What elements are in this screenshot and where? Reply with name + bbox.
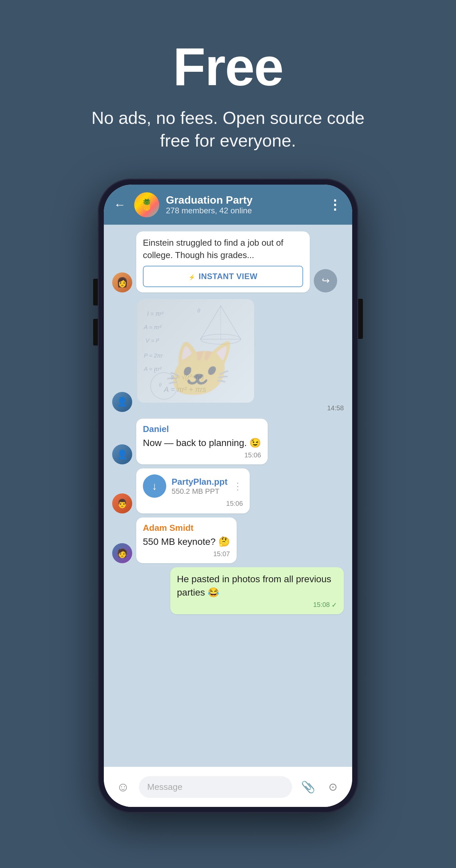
avatar: 👤 [112, 392, 132, 412]
hero-title: Free [78, 40, 378, 93]
volume-down-button [93, 319, 98, 345]
sender-name: Adam Smidt [143, 523, 230, 533]
math-background: l = πr² θ A = πr² V = l³ P = 2πr A = πr²… [137, 299, 254, 403]
group-avatar: 🍍 [134, 192, 159, 217]
phone-frame: ← 🍍 Graduation Party 278 members, 42 onl… [98, 179, 358, 813]
message-text: He pasted in photos from all previous pa… [177, 572, 337, 598]
svg-text:θ: θ [159, 382, 161, 388]
telegram-app: ← 🍍 Graduation Party 278 members, 42 onl… [104, 185, 352, 807]
back-button[interactable]: ← [114, 198, 126, 212]
avatar: 👨 [112, 493, 132, 514]
sticker-timestamp: 14:58 [137, 404, 344, 412]
instant-view-button[interactable]: ⚡ INSTANT VIEW [143, 266, 303, 287]
instant-view-label: INSTANT VIEW [199, 272, 257, 281]
message-time: 15:06 [143, 452, 261, 459]
file-options-icon[interactable]: ⋮ [233, 481, 243, 492]
svg-text:L: L [154, 368, 157, 374]
attach-button[interactable]: 📎 [299, 778, 317, 796]
avatar: 👤 [112, 444, 132, 464]
download-icon: ↓ [152, 480, 157, 492]
avatar: 🧑 [112, 543, 132, 563]
file-bubble: ↓ PartyPlan.ppt 550.2 MB PPT ⋮ 15:06 [136, 468, 250, 514]
article-preview-text: Einstein struggled to find a job out of … [143, 237, 303, 261]
group-members: 278 members, 42 online [166, 206, 322, 215]
instant-view-bubble: Einstein struggled to find a job out of … [136, 231, 310, 292]
emoji-icon: ☺ [117, 780, 129, 794]
header-info: Graduation Party 278 members, 42 online [166, 194, 322, 215]
svg-text:l = πr²: l = πr² [147, 310, 164, 317]
phone-screen: ← 🍍 Graduation Party 278 members, 42 onl… [104, 185, 352, 807]
table-row: 👨 ↓ PartyPlan.ppt 550.2 MB PPT [112, 468, 344, 514]
sticker-bubble: l = πr² θ A = πr² V = l³ P = 2πr A = πr²… [137, 299, 254, 403]
message-text: 550 MB keynote? 🤔 [143, 535, 230, 548]
lightning-icon: ⚡ [189, 274, 195, 280]
message-time: 15:07 [143, 550, 230, 558]
volume-up-button [93, 279, 98, 306]
message-bubble: Daniel Now — back to planning. 😉 15:06 [136, 418, 268, 464]
table-row: 👤 Daniel Now — back to planning. 😉 15:06 [112, 418, 344, 464]
camera-button[interactable]: ⊙ [324, 778, 342, 796]
phone-mockup: ← 🍍 Graduation Party 278 members, 42 onl… [98, 179, 358, 813]
cat-sticker: 🐱 [162, 343, 229, 396]
file-info: PartyPlan.ppt 550.2 MB PPT [172, 477, 228, 496]
message-placeholder: Message [147, 782, 183, 792]
table-row: 🧑 Adam Smidt 550 MB keynote? 🤔 15:07 [112, 518, 344, 563]
file-name: PartyPlan.ppt [172, 477, 228, 487]
power-button [358, 299, 363, 339]
share-button[interactable]: ↪ [314, 269, 337, 292]
hero-section: Free No ads, no fees. Open source code f… [51, 0, 405, 172]
svg-text:A = πr²: A = πr² [144, 366, 162, 372]
read-receipt-icon: ✓ [332, 601, 337, 609]
more-options-button[interactable]: ⋮ [328, 197, 342, 212]
svg-text:A = πr²: A = πr² [144, 324, 162, 331]
sticker-message-row: 👤 l = πr² θ A = πr² V = l³ [137, 299, 344, 412]
svg-text:θ: θ [197, 308, 200, 313]
message-time: 15:08 ✓ [177, 601, 337, 609]
camera-icon: ⊙ [329, 780, 337, 793]
file-size: 550.2 MB PPT [172, 487, 228, 496]
table-row: 👩 Einstein struggled to find a job out o… [112, 231, 344, 292]
file-row: ↓ PartyPlan.ppt 550.2 MB PPT ⋮ [143, 474, 243, 498]
chat-header: ← 🍍 Graduation Party 278 members, 42 onl… [104, 185, 352, 225]
message-input-bar: ☺ Message 📎 ⊙ [104, 767, 352, 807]
emoji-button[interactable]: ☺ [114, 778, 132, 796]
svg-text:P = 2πr: P = 2πr [144, 352, 163, 359]
sender-name: Daniel [143, 424, 261, 434]
chat-messages: 👩 Einstein struggled to find a job out o… [104, 225, 352, 767]
avatar: 👩 [112, 272, 132, 292]
svg-text:V = l³: V = l³ [146, 338, 159, 344]
message-text: Now — back to planning. 😉 [143, 436, 261, 450]
table-row: He pasted in photos from all previous pa… [112, 567, 344, 614]
share-icon: ↪ [322, 275, 330, 286]
download-button[interactable]: ↓ [143, 474, 166, 498]
file-time: 15:06 [143, 500, 243, 507]
outgoing-message-bubble: He pasted in photos from all previous pa… [170, 567, 344, 614]
message-input[interactable]: Message [139, 776, 292, 798]
group-name: Graduation Party [166, 194, 322, 206]
paperclip-icon: 📎 [301, 780, 315, 794]
message-bubble: Adam Smidt 550 MB keynote? 🤔 15:07 [136, 518, 237, 563]
hero-subtitle: No ads, no fees. Open source code free f… [78, 107, 378, 152]
